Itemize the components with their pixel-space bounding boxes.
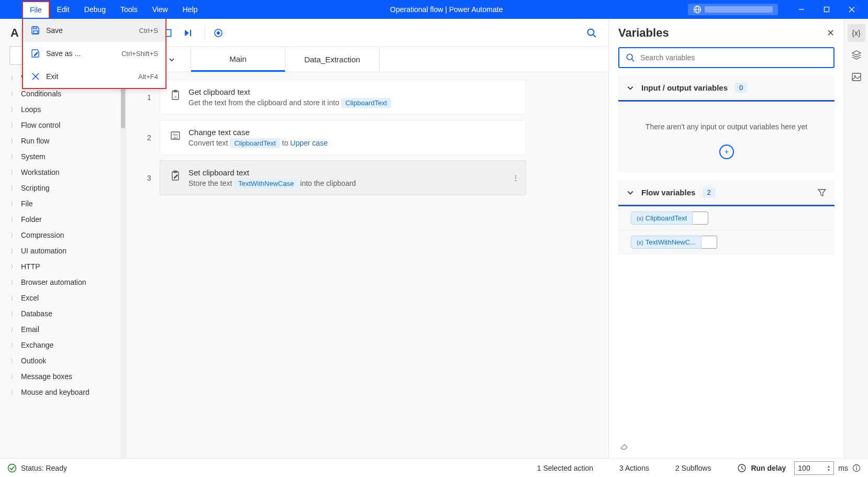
file-saveas-shortcut: Ctrl+Shift+S	[121, 50, 158, 58]
close-button[interactable]	[840, 1, 864, 18]
add-variable-button[interactable]: ＋	[719, 145, 734, 159]
action-category[interactable]: 〉Flow control	[0, 117, 126, 133]
chevron-right-icon: 〉	[10, 326, 17, 334]
toolbar-search-button[interactable]	[581, 23, 602, 43]
toolbar	[126, 19, 608, 47]
variable-token: TextWithNewCase	[234, 179, 298, 188]
action-category-label: Run flow	[21, 137, 49, 145]
menu-file[interactable]: File	[22, 1, 50, 18]
record-icon	[214, 28, 223, 38]
menu-tools[interactable]: Tools	[113, 0, 145, 19]
spinner-icon[interactable]: ▲▼	[827, 464, 830, 472]
action-category[interactable]: 〉Run flow	[0, 133, 126, 149]
action-category[interactable]: 〉Browser automation	[0, 274, 126, 290]
tab-data-extraction[interactable]: Data_Extraction	[285, 47, 380, 72]
status-selected: 1 Selected action	[537, 464, 593, 472]
file-exit-label: Exit	[46, 72, 138, 81]
save-icon	[30, 25, 41, 36]
actions-scrollbar[interactable]	[120, 70, 126, 458]
action-category-label: Compression	[21, 231, 64, 239]
action-category[interactable]: 〉Message boxes	[0, 369, 126, 384]
environment-badge[interactable]	[688, 4, 778, 15]
variable-token: ClipboardText	[341, 98, 392, 108]
menu-help[interactable]: Help	[175, 0, 205, 19]
run-delay-unit: ms	[838, 464, 848, 472]
svg-marker-12	[185, 30, 189, 36]
svg-text:def: def	[173, 136, 178, 139]
menu-view[interactable]: View	[145, 0, 175, 19]
rail-variables-button[interactable]: {x}	[848, 24, 865, 42]
action-category[interactable]: 〉Exchange	[0, 337, 126, 353]
right-rail: {x}	[844, 19, 868, 458]
variable-chip: (x) TextWithNewC...	[631, 236, 702, 249]
step-card[interactable]: A Get clipboard text Get the text from t…	[160, 80, 526, 115]
search-icon	[626, 53, 635, 62]
file-exit-item[interactable]: Exit Alt+F4	[23, 65, 165, 88]
chevron-right-icon: 〉	[10, 294, 17, 302]
chevron-right-icon: 〉	[10, 216, 17, 224]
textcase-icon: Abcdef	[170, 130, 181, 141]
chevron-right-icon: 〉	[10, 247, 17, 255]
action-category-label: Database	[21, 309, 52, 318]
menu-debug[interactable]: Debug	[77, 0, 113, 19]
flow-variables-header[interactable]: Flow variables 2	[618, 180, 834, 206]
step-card[interactable]: Abcdef Change text case Convert text Cli…	[160, 120, 526, 155]
action-category-label: Conditionals	[21, 90, 61, 98]
step-more-button[interactable]: ⋮	[512, 174, 519, 182]
action-category[interactable]: 〉Email	[0, 321, 126, 337]
action-category[interactable]: 〉Excel	[0, 290, 126, 306]
tab-main[interactable]: Main	[191, 47, 285, 72]
actions-tree: 〉Variables〉Conditionals〉Loops〉Flow contr…	[0, 70, 126, 458]
action-category[interactable]: 〉HTTP	[0, 259, 126, 274]
variable-row[interactable]: (x) ClipboardText	[618, 206, 834, 230]
flow-count-badge: 2	[703, 187, 715, 197]
action-category[interactable]: 〉Database	[0, 306, 126, 321]
action-category[interactable]: 〉Folder	[0, 212, 126, 227]
chevron-right-icon: 〉	[10, 200, 17, 208]
chevron-right-icon: 〉	[10, 310, 17, 318]
close-icon	[849, 6, 855, 13]
run-delay-input[interactable]: 100 ▲▼	[794, 461, 834, 475]
layers-icon	[851, 50, 862, 60]
io-section-title: Input / output variables	[641, 83, 728, 92]
maximize-button[interactable]	[815, 1, 839, 18]
action-category[interactable]: 〉Scripting	[0, 180, 126, 196]
action-category[interactable]: 〉UI automation	[0, 243, 126, 259]
action-category[interactable]: 〉Workstation	[0, 164, 126, 180]
io-variables-header[interactable]: Input / output variables 0	[618, 75, 834, 102]
action-category[interactable]: 〉Loops	[0, 102, 126, 117]
action-category-label: System	[21, 152, 46, 161]
action-category[interactable]: 〉Outlook	[0, 353, 126, 369]
file-save-item[interactable]: Save Ctrl+S	[23, 19, 165, 42]
clear-button[interactable]	[609, 434, 844, 458]
svg-marker-29	[852, 51, 861, 55]
svg-line-27	[632, 59, 635, 62]
variables-search[interactable]	[618, 47, 834, 68]
variables-close-button[interactable]: ✕	[827, 27, 834, 39]
variable-row[interactable]: (x) TextWithNewC...	[618, 230, 834, 254]
record-button[interactable]	[209, 24, 227, 42]
filter-button[interactable]	[818, 188, 826, 197]
action-category[interactable]: 〉Compression	[0, 227, 126, 243]
rail-images-button[interactable]	[848, 68, 865, 86]
step-title: Change text case	[188, 128, 516, 137]
action-category-label: Workstation	[21, 168, 60, 176]
status-actions: 3 Actions	[619, 464, 649, 472]
step-title: Set clipboard text	[188, 168, 516, 177]
minimize-button[interactable]	[789, 1, 814, 18]
action-category-label: Flow control	[21, 121, 60, 129]
step-card-selected[interactable]: Set clipboard text Store the text TextWi…	[160, 160, 526, 195]
action-category[interactable]: 〉Mouse and keyboard	[0, 384, 126, 400]
run-delay-label: Run delay	[751, 464, 786, 472]
variable-chip: (x) ClipboardText	[631, 212, 693, 225]
action-category[interactable]: 〉System	[0, 149, 126, 164]
info-icon[interactable]	[852, 464, 861, 472]
menu-edit[interactable]: Edit	[50, 0, 77, 19]
file-saveas-item[interactable]: Save as ... Ctrl+Shift+S	[23, 42, 165, 65]
chevron-right-icon: 〉	[10, 341, 17, 349]
step-button[interactable]	[180, 24, 197, 42]
rail-layers-button[interactable]	[848, 46, 865, 64]
action-category[interactable]: 〉File	[0, 196, 126, 212]
variables-search-input[interactable]	[640, 53, 827, 62]
clipboard-write-icon	[170, 170, 181, 182]
